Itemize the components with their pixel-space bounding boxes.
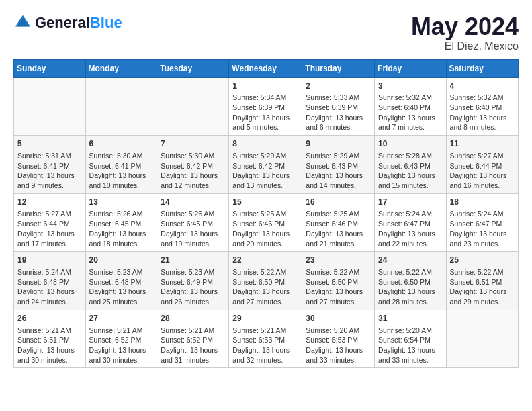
day-content-line: and 22 minutes. (378, 240, 429, 248)
day-content-line: Sunrise: 5:26 AM (89, 210, 143, 218)
day-content-line: Daylight: 13 hours (306, 346, 363, 354)
day-content-line: and 7 minutes. (378, 123, 425, 131)
day-content-line: Sunrise: 5:20 AM (378, 326, 432, 334)
day-number: 18 (450, 197, 515, 208)
day-of-week-header: Saturday (446, 59, 518, 77)
day-content-line: Daylight: 13 hours (232, 346, 290, 354)
day-content-line: and 33 minutes. (306, 356, 356, 364)
day-content-line: Sunset: 6:44 PM (450, 162, 502, 170)
day-number: 5 (17, 138, 82, 150)
day-content-line: Sunset: 6:40 PM (450, 103, 502, 111)
day-content-line: and 6 minutes. (306, 123, 352, 131)
calendar-day-cell: 30Sunrise: 5:20 AMSunset: 6:53 PMDayligh… (302, 310, 375, 368)
calendar-subtitle: El Diez, Mexico (411, 40, 519, 52)
day-number: 29 (232, 313, 298, 324)
day-of-week-header: Thursday (302, 59, 375, 77)
day-number: 3 (378, 81, 443, 92)
day-content-line: and 30 minutes. (17, 356, 68, 364)
day-content-line: and 17 minutes. (17, 240, 68, 248)
day-content-line: Daylight: 13 hours (89, 287, 146, 295)
calendar-day-cell: 20Sunrise: 5:23 AMSunset: 6:48 PMDayligh… (85, 252, 157, 310)
day-content-line: Sunrise: 5:29 AM (306, 152, 359, 160)
day-content-line: and 12 minutes. (161, 181, 211, 189)
day-content-line: Sunset: 6:50 PM (306, 278, 358, 286)
calendar-body: 1Sunrise: 5:34 AMSunset: 6:39 PMDaylight… (14, 77, 519, 368)
day-content-line: and 9 minutes. (17, 181, 64, 189)
day-content-line: Sunset: 6:50 PM (378, 278, 431, 286)
day-content-line: Sunset: 6:54 PM (378, 336, 431, 344)
day-content-line: and 27 minutes. (232, 298, 283, 306)
day-content-line: Daylight: 13 hours (306, 287, 363, 295)
day-number: 20 (89, 255, 154, 266)
day-content-line: Sunrise: 5:20 AM (306, 326, 359, 334)
day-content-line: Sunrise: 5:25 AM (232, 210, 286, 218)
day-content-line: Sunset: 6:52 PM (161, 336, 213, 344)
logo: GeneralBlue (13, 13, 122, 32)
day-content-line: Sunrise: 5:33 AM (306, 93, 359, 101)
day-of-week-header: Monday (85, 59, 157, 77)
day-number: 7 (161, 138, 225, 150)
calendar-table: SundayMondayTuesdayWednesdayThursdayFrid… (13, 59, 519, 369)
day-content-line: and 30 minutes. (89, 356, 140, 364)
day-number: 19 (17, 255, 82, 266)
day-content-line: Sunrise: 5:21 AM (161, 326, 214, 334)
day-of-week-header: Sunday (14, 59, 86, 77)
calendar-day-cell: 11Sunrise: 5:27 AMSunset: 6:44 PMDayligh… (446, 136, 518, 194)
day-content-line: and 25 minutes. (89, 298, 140, 306)
day-content-line: Sunrise: 5:34 AM (232, 93, 286, 101)
calendar-day-cell (157, 77, 229, 136)
calendar-day-cell: 31Sunrise: 5:20 AMSunset: 6:54 PMDayligh… (375, 310, 447, 368)
day-number: 8 (232, 138, 298, 150)
day-content-line: and 32 minutes. (232, 356, 283, 364)
calendar-day-cell: 27Sunrise: 5:21 AMSunset: 6:52 PMDayligh… (85, 310, 157, 368)
day-number: 27 (89, 313, 154, 324)
day-content-line: Sunrise: 5:31 AM (17, 152, 71, 160)
calendar-title: May 2024 (411, 13, 519, 40)
calendar-week-row: 5Sunrise: 5:31 AMSunset: 6:41 PMDaylight… (14, 136, 519, 194)
day-content-line: Sunset: 6:39 PM (232, 103, 285, 111)
day-content-line: and 16 minutes. (450, 181, 500, 189)
day-number: 12 (17, 197, 82, 208)
day-content-line: Sunrise: 5:21 AM (89, 326, 143, 334)
day-content-line: and 21 minutes. (306, 240, 356, 248)
calendar-day-cell (85, 77, 157, 136)
calendar-day-cell (14, 77, 86, 136)
calendar-day-cell: 26Sunrise: 5:21 AMSunset: 6:51 PMDayligh… (14, 310, 86, 368)
calendar-day-cell: 3Sunrise: 5:32 AMSunset: 6:40 PMDaylight… (375, 77, 447, 136)
calendar-day-cell: 18Sunrise: 5:24 AMSunset: 6:47 PMDayligh… (446, 193, 518, 252)
day-content-line: Sunrise: 5:24 AM (378, 210, 432, 218)
day-content-line: Sunset: 6:39 PM (306, 103, 358, 111)
day-content-line: Daylight: 13 hours (161, 171, 218, 179)
day-content-line: Sunset: 6:49 PM (161, 278, 213, 286)
day-number: 30 (306, 313, 371, 324)
day-content-line: Sunset: 6:53 PM (306, 336, 358, 344)
day-number: 23 (306, 255, 371, 266)
day-content-line: Daylight: 13 hours (232, 113, 290, 122)
day-content-line: Daylight: 13 hours (89, 171, 146, 179)
day-content-line: Daylight: 13 hours (378, 230, 435, 238)
day-content-line: Sunset: 6:42 PM (161, 162, 213, 170)
day-content-line: Sunrise: 5:22 AM (378, 268, 432, 276)
day-content-line: and 27 minutes. (306, 298, 356, 306)
day-content-line: Daylight: 13 hours (378, 287, 435, 295)
calendar-day-cell: 24Sunrise: 5:22 AMSunset: 6:50 PMDayligh… (375, 252, 447, 310)
day-content-line: Sunrise: 5:23 AM (161, 268, 214, 276)
calendar-day-cell: 8Sunrise: 5:29 AMSunset: 6:42 PMDaylight… (229, 136, 302, 194)
calendar-day-cell: 10Sunrise: 5:28 AMSunset: 6:43 PMDayligh… (375, 136, 447, 194)
day-content-line: and 10 minutes. (89, 181, 140, 189)
day-number: 13 (89, 197, 154, 208)
day-content-line: Sunset: 6:46 PM (232, 220, 285, 228)
day-number: 25 (450, 255, 515, 266)
day-content-line: and 13 minutes. (232, 181, 283, 189)
day-content-line: and 14 minutes. (306, 181, 356, 189)
day-number: 1 (232, 81, 298, 92)
day-of-week-header: Tuesday (157, 59, 229, 77)
calendar-day-cell: 23Sunrise: 5:22 AMSunset: 6:50 PMDayligh… (302, 252, 375, 310)
day-content-line: Daylight: 13 hours (232, 171, 290, 179)
calendar-header: SundayMondayTuesdayWednesdayThursdayFrid… (14, 59, 519, 77)
day-content-line: Sunrise: 5:22 AM (232, 268, 286, 276)
calendar-day-cell: 7Sunrise: 5:30 AMSunset: 6:42 PMDaylight… (157, 136, 229, 194)
day-content-line: Sunset: 6:40 PM (378, 103, 431, 111)
day-content-line: Daylight: 13 hours (161, 346, 218, 354)
calendar-day-cell: 6Sunrise: 5:30 AMSunset: 6:41 PMDaylight… (85, 136, 157, 194)
